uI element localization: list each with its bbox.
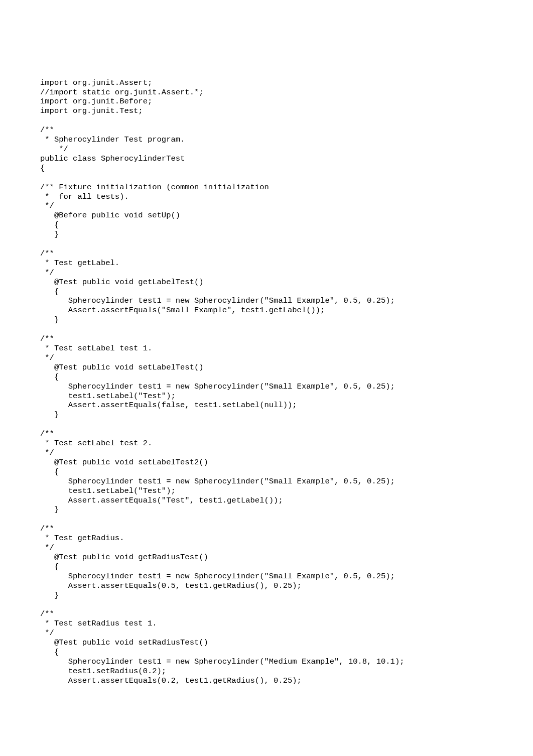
code-block: import org.junit.Assert; //import static… xyxy=(40,78,513,686)
